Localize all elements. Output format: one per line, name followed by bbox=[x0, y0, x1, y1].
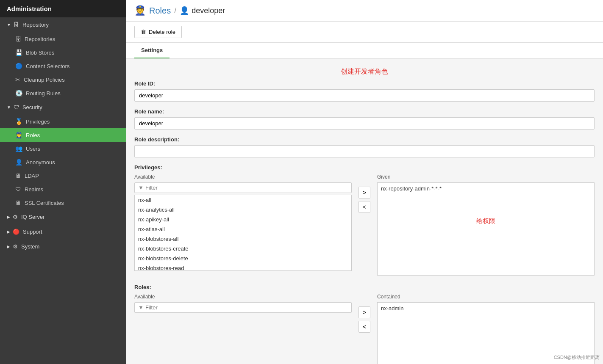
given-label: Given bbox=[377, 174, 595, 180]
list-item[interactable]: nx-blobstores-create bbox=[135, 244, 351, 254]
iq-server-toggle[interactable]: ▶ ⚙ IQ Server bbox=[0, 210, 126, 224]
role-description-input[interactable] bbox=[134, 145, 595, 157]
delete-label: Delete role bbox=[149, 29, 175, 35]
list-item[interactable]: nx-blobstores-all bbox=[135, 234, 351, 244]
admin-header: Administration bbox=[0, 0, 126, 17]
role-description-label: Role description: bbox=[134, 136, 595, 143]
support-arrow-icon: ▶ bbox=[7, 229, 10, 234]
page-header: 👮 Roles / 👤 developer bbox=[126, 0, 603, 22]
system-toggle[interactable]: ▶ ⚙ System bbox=[0, 239, 126, 254]
roles-columns: Available ▼ > < Contained nx-admin bbox=[134, 294, 595, 364]
security-section-toggle[interactable]: ▼ 🛡 Security bbox=[0, 100, 126, 115]
role-name-input[interactable] bbox=[134, 117, 595, 130]
repository-icon: 🗄 bbox=[14, 22, 19, 28]
sidebar-item-users[interactable]: 👥 Users bbox=[0, 142, 126, 155]
repository-section-toggle[interactable]: ▼ 🗄 Repository bbox=[0, 17, 126, 32]
support-icon: 🔴 bbox=[13, 229, 19, 235]
role-name-group: Role name: bbox=[134, 108, 595, 130]
privileges-icon: 🏅 bbox=[15, 118, 22, 125]
anonymous-label: Anonymous bbox=[26, 159, 55, 165]
ldap-icon: 🖥 bbox=[15, 172, 21, 179]
security-items: 🏅 Privileges 👮 Roles 👥 Users 👤 Anonymous… bbox=[0, 115, 126, 210]
sidebar: Administration ▼ 🗄 Repository 🗄 Reposito… bbox=[0, 0, 126, 364]
cleanup-policies-icon: ✂ bbox=[15, 76, 20, 83]
roles-filter-wrapper: ▼ bbox=[134, 302, 352, 313]
annotation-create-role: 创建开发者角色 bbox=[134, 67, 595, 76]
given-item: nx-repository-admin-*-*-* bbox=[381, 185, 591, 192]
anonymous-icon: 👤 bbox=[15, 159, 22, 165]
breadcrumb-developer: 👤 developer bbox=[180, 6, 225, 15]
role-id-group: Role ID: bbox=[134, 80, 595, 102]
privileges-label: Privileges bbox=[26, 119, 50, 125]
annotation-given: 给权限 bbox=[381, 217, 591, 225]
iq-icon: ⚙ bbox=[13, 214, 18, 220]
users-label: Users bbox=[26, 146, 40, 152]
routing-rules-label: Routing Rules bbox=[26, 90, 61, 97]
sidebar-item-blob-stores[interactable]: 💾 Blob Stores bbox=[0, 46, 126, 59]
sidebar-item-repositories[interactable]: 🗄 Repositories bbox=[0, 32, 126, 46]
routing-rules-icon: 💽 bbox=[15, 90, 22, 97]
repositories-label: Repositories bbox=[25, 36, 55, 42]
support-toggle[interactable]: ▶ 🔴 Support bbox=[0, 224, 126, 239]
roles-filter-icon: ▼ bbox=[138, 304, 144, 311]
content-selectors-icon: 🔵 bbox=[15, 63, 22, 69]
iq-arrow-icon: ▶ bbox=[7, 215, 10, 219]
cleanup-policies-label: Cleanup Policies bbox=[24, 77, 65, 83]
realms-label: Realms bbox=[25, 186, 43, 193]
security-arrow-icon: ▼ bbox=[7, 105, 11, 110]
roles-header: Roles: bbox=[134, 284, 595, 290]
sidebar-item-ldap[interactable]: 🖥 LDAP bbox=[0, 169, 126, 182]
add-privilege-button[interactable]: > bbox=[358, 187, 370, 199]
available-roles-label: Available bbox=[134, 294, 352, 300]
sidebar-item-roles[interactable]: 👮 Roles bbox=[0, 128, 126, 142]
privilege-transfer-arrows: > < bbox=[358, 174, 370, 213]
blob-stores-label: Blob Stores bbox=[26, 50, 54, 56]
security-icon: 🛡 bbox=[14, 104, 19, 110]
given-privileges-box: nx-repository-admin-*-*-* 给权限 bbox=[377, 182, 595, 276]
sidebar-item-cleanup-policies[interactable]: ✂ Cleanup Policies bbox=[0, 73, 126, 86]
list-item[interactable]: nx-blobstores-read bbox=[135, 263, 351, 271]
content-selectors-label: Content Selectors bbox=[26, 63, 69, 69]
security-label: Security bbox=[22, 104, 42, 110]
remove-privilege-button[interactable]: < bbox=[358, 201, 370, 213]
roles-filter-input[interactable] bbox=[145, 304, 348, 311]
sidebar-item-routing-rules[interactable]: 💽 Routing Rules bbox=[0, 86, 126, 100]
role-id-label: Role ID: bbox=[134, 80, 595, 87]
delete-role-button[interactable]: 🗑 Delete role bbox=[134, 26, 182, 38]
ldap-label: LDAP bbox=[25, 173, 39, 179]
developer-label: developer bbox=[192, 6, 225, 15]
developer-breadcrumb-icon: 👤 bbox=[180, 6, 189, 15]
privileges-filter-input[interactable] bbox=[145, 185, 348, 191]
list-item[interactable]: nx-all bbox=[135, 195, 351, 205]
filter-wrapper: ▼ bbox=[134, 182, 352, 193]
repository-items: 🗄 Repositories 💾 Blob Stores 🔵 Content S… bbox=[0, 32, 126, 100]
sidebar-item-ssl-certificates[interactable]: 🖥 SSL Certificates bbox=[0, 196, 126, 210]
role-id-input[interactable] bbox=[134, 89, 595, 102]
roles-label: Roles bbox=[26, 132, 40, 138]
add-role-button[interactable]: > bbox=[358, 306, 370, 318]
available-privileges-list[interactable]: nx-all nx-analytics-all nx-apikey-all nx… bbox=[134, 195, 352, 271]
sidebar-item-anonymous[interactable]: 👤 Anonymous bbox=[0, 155, 126, 169]
sidebar-item-content-selectors[interactable]: 🔵 Content Selectors bbox=[0, 59, 126, 73]
remove-role-button[interactable]: < bbox=[358, 321, 370, 333]
privileges-header: Privileges: bbox=[134, 164, 595, 171]
contained-item: nx-admin bbox=[381, 305, 591, 312]
support-label: Support bbox=[23, 229, 42, 235]
breadcrumb-roles[interactable]: Roles bbox=[149, 6, 171, 16]
list-item[interactable]: nx-apikey-all bbox=[135, 215, 351, 224]
list-item[interactable]: nx-atlas-all bbox=[135, 224, 351, 234]
delete-icon: 🗑 bbox=[141, 29, 146, 35]
tab-settings[interactable]: Settings bbox=[134, 43, 170, 58]
list-item[interactable]: nx-analytics-all bbox=[135, 205, 351, 215]
privileges-section: Privileges: Available ▼ nx-all nx-analyt… bbox=[134, 164, 595, 276]
available-roles-panel: Available ▼ bbox=[134, 294, 352, 314]
sidebar-item-privileges[interactable]: 🏅 Privileges bbox=[0, 115, 126, 128]
sidebar-item-realms[interactable]: 🛡 Realms bbox=[0, 182, 126, 196]
users-icon: 👥 bbox=[15, 145, 22, 152]
list-item[interactable]: nx-blobstores-delete bbox=[135, 254, 351, 263]
system-label: System bbox=[21, 243, 39, 250]
roles-icon: 👮 bbox=[15, 132, 22, 138]
iq-label: IQ Server bbox=[21, 214, 45, 220]
ssl-label: SSL Certificates bbox=[25, 200, 64, 206]
tab-settings-label: Settings bbox=[141, 47, 163, 53]
